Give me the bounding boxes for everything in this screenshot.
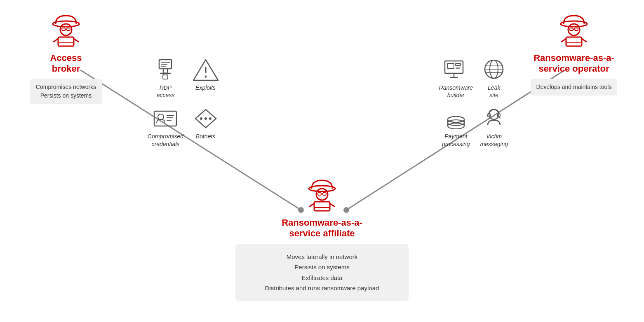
svg-line-70 (309, 203, 314, 207)
svg-point-34 (158, 114, 164, 120)
svg-rect-18 (566, 37, 582, 46)
leak-site-label: Leaksite (488, 84, 500, 99)
credentials-label: Compromisedcredentials (148, 133, 183, 147)
affiliate-icon (303, 177, 341, 214)
messaging-tool: Victimmessaging (477, 106, 511, 147)
svg-rect-6 (62, 28, 65, 30)
exploits-tool: Exploits (188, 58, 223, 99)
svg-point-39 (200, 117, 202, 120)
right-tools-grid: Ransomwarebuilder Leaksite (439, 58, 511, 148)
access-broker-icon (47, 12, 85, 49)
credentials-icon (151, 106, 180, 131)
svg-rect-33 (154, 111, 176, 126)
svg-line-11 (53, 39, 58, 42)
svg-rect-16 (575, 28, 578, 30)
svg-rect-9 (58, 37, 74, 46)
leak-site-icon (479, 58, 508, 82)
credentials-tool: Compromisedcredentials (148, 106, 183, 147)
access-broker-info: Compromises networksPersists on systems (30, 79, 102, 104)
svg-line-21 (582, 39, 587, 42)
exploits-label: Exploits (195, 84, 216, 91)
messaging-icon (479, 106, 508, 131)
svg-rect-43 (447, 63, 454, 68)
svg-line-12 (74, 39, 79, 42)
rdp-tool: RDPaccess (148, 58, 183, 99)
svg-point-40 (204, 117, 207, 120)
ransomware-icon (442, 58, 470, 82)
access-broker-label: Access broker (50, 53, 82, 75)
svg-point-41 (209, 117, 212, 120)
ransomware-label: Ransomwarebuilder (439, 84, 473, 99)
payment-icon (442, 106, 470, 131)
svg-point-32 (204, 76, 207, 78)
access-broker-node: Access broker Compromises networksPersis… (25, 12, 107, 104)
payment-label: Paymentprocessing (442, 133, 470, 147)
botnets-icon (191, 106, 220, 131)
svg-rect-29 (163, 75, 168, 79)
affiliate-node: Ransomware-as-a- service affiliate Moves… (264, 177, 380, 301)
ransomware-tool: Ransomwarebuilder (439, 58, 473, 99)
svg-line-20 (561, 39, 566, 42)
leak-site-tool: Leaksite (477, 58, 511, 99)
rdp-icon (151, 58, 180, 82)
affiliate-label: Ransomware-as-a- service affiliate (282, 217, 362, 239)
diagram: Access broker Compromises networksPersis… (0, 0, 644, 322)
botnets-tool: Botnets (188, 106, 223, 147)
svg-rect-68 (314, 202, 330, 211)
raas-operator-icon (555, 12, 592, 49)
svg-rect-44 (456, 63, 461, 65)
messaging-label: Victimmessaging (480, 133, 508, 147)
svg-rect-7 (67, 28, 70, 30)
raas-operator-label: Ransomware-as-a- service operator (534, 53, 614, 75)
payment-tool: Paymentprocessing (439, 106, 473, 147)
rdp-label: RDPaccess (157, 84, 175, 99)
affiliate-info: Moves laterally in network Persists on s… (235, 244, 409, 301)
raas-operator-info: Develops and maintains tools (531, 79, 618, 96)
svg-line-71 (330, 203, 335, 207)
svg-rect-22 (159, 60, 172, 69)
svg-rect-15 (570, 28, 573, 30)
svg-rect-66 (323, 193, 326, 195)
botnets-label: Botnets (196, 133, 215, 140)
exploits-icon (191, 58, 220, 82)
svg-rect-65 (318, 193, 321, 195)
raas-operator-node: Ransomware-as-a- service operator Develo… (529, 12, 619, 96)
left-tools-node: RDPaccess Exploits (128, 58, 243, 148)
right-tools-node: Ransomwarebuilder Leaksite (413, 58, 537, 148)
left-tools-grid: RDPaccess Exploits (148, 58, 223, 148)
